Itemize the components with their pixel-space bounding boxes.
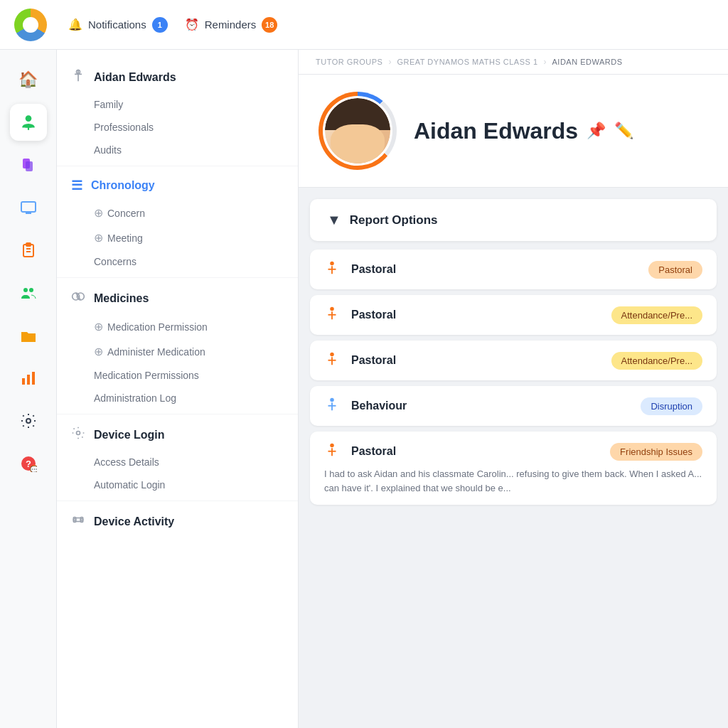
entry-tag-3: Attendance/Pre... bbox=[611, 352, 702, 370]
add-med-permission-label: Medication Permission bbox=[107, 321, 208, 333]
avatar-face-skin bbox=[331, 124, 385, 164]
sidebar-audits[interactable]: Audits bbox=[57, 139, 298, 161]
student-name: Aidan Edwards bbox=[94, 71, 176, 84]
icon-bar: 🏠 bbox=[0, 50, 57, 728]
nav-person[interactable] bbox=[10, 104, 47, 141]
breadcrumb: TUTOR GROUPS › GREAT DYNAMOS MATHS CLASS… bbox=[299, 50, 728, 75]
device-login-icon bbox=[71, 426, 85, 444]
report-options-label: Report Options bbox=[350, 213, 438, 228]
nav-clipboard[interactable] bbox=[10, 232, 47, 269]
svg-point-44 bbox=[330, 398, 334, 402]
pin-button[interactable]: 📌 bbox=[587, 122, 606, 140]
notifications-label: Notifications bbox=[88, 18, 146, 31]
avatar-inner bbox=[323, 96, 392, 166]
sidebar-device-login-item[interactable]: Device Login bbox=[57, 419, 298, 451]
chronology-icon: ☰ bbox=[71, 178, 82, 193]
svg-point-13 bbox=[29, 288, 33, 292]
sidebar-medicines-item[interactable]: Medicines bbox=[57, 282, 298, 314]
breadcrumb-sep-1: › bbox=[388, 57, 391, 67]
device-activity-icon bbox=[71, 513, 85, 530]
sidebar-access-details[interactable]: Access Details bbox=[57, 451, 298, 473]
entry-category-2: Pastoral bbox=[351, 309, 600, 321]
sidebar-section-student: Aidan Edwards Family Professionals Audit… bbox=[57, 61, 298, 161]
profile-info: Aidan Edwards 📌 ✏️ bbox=[414, 118, 633, 144]
add-meeting-label: Meeting bbox=[107, 232, 143, 244]
report-options-card[interactable]: ▼ Report Options bbox=[310, 199, 717, 241]
svg-point-38 bbox=[330, 307, 334, 311]
add-concern-label: Concern bbox=[107, 208, 145, 219]
svg-point-41 bbox=[330, 353, 334, 357]
administer-medication-label: Administer Medication bbox=[107, 346, 205, 358]
sidebar-student-item[interactable]: Aidan Edwards bbox=[57, 61, 298, 93]
timeline-entry-4: Behaviour Disruption bbox=[310, 386, 717, 426]
alarm-icon bbox=[185, 18, 199, 31]
entry-tag-5: Friendship Issues bbox=[610, 443, 702, 461]
nav-monitor[interactable] bbox=[10, 189, 47, 226]
sidebar-chronology-item[interactable]: ☰ Chronology bbox=[57, 171, 298, 200]
top-header: Notifications 1 Reminders 18 bbox=[0, 0, 728, 50]
sidebar-add-concern[interactable]: ⊕ Concern bbox=[57, 200, 298, 225]
sidebar-family[interactable]: Family bbox=[57, 93, 298, 116]
plus-circle-meeting-icon: ⊕ bbox=[94, 231, 103, 245]
logo[interactable] bbox=[14, 9, 47, 41]
sidebar-add-meeting[interactable]: ⊕ Meeting bbox=[57, 225, 298, 250]
nav-help[interactable]: ? 💬 bbox=[10, 445, 47, 482]
entry-tag-2: Attendance/Pre... bbox=[611, 306, 702, 324]
reminders-badge: 18 bbox=[262, 17, 277, 33]
edit-button[interactable]: ✏️ bbox=[614, 122, 633, 140]
nav-home[interactable]: 🏠 bbox=[10, 61, 47, 98]
svg-rect-4 bbox=[26, 161, 33, 171]
person-icon-pastoral-3 bbox=[324, 350, 340, 370]
sidebar-administration-log[interactable]: Administration Log bbox=[57, 387, 298, 410]
breadcrumb-student[interactable]: AIDAN EDWARDS bbox=[552, 58, 623, 66]
breadcrumb-sep-2: › bbox=[544, 57, 547, 67]
person-icon-pastoral-1 bbox=[324, 259, 340, 279]
plus-administer-icon: ⊕ bbox=[94, 345, 103, 358]
avatar-ring bbox=[318, 92, 397, 170]
entry-tag-4: Disruption bbox=[641, 397, 702, 415]
header-nav: Notifications 1 Reminders 18 bbox=[68, 17, 277, 33]
sidebar-section-device-activity: Device Activity bbox=[57, 505, 298, 537]
entry-tag-1: Pastoral bbox=[648, 261, 702, 279]
main-content: TUTOR GROUPS › GREAT DYNAMOS MATHS CLASS… bbox=[299, 50, 728, 728]
svg-point-0 bbox=[25, 115, 31, 122]
sidebar-concerns[interactable]: Concerns bbox=[57, 250, 298, 273]
nav-group[interactable] bbox=[10, 274, 47, 311]
reminders-label: Reminders bbox=[205, 18, 257, 31]
notifications-badge: 1 bbox=[152, 17, 168, 33]
filter-icon: ▼ bbox=[327, 212, 341, 228]
entry-category-4: Behaviour bbox=[351, 400, 629, 412]
timeline: Pastoral Pastoral Pastoral Attendance/Pr… bbox=[299, 241, 728, 519]
person-icon-pastoral-5 bbox=[324, 441, 340, 461]
device-activity-label: Device Activity bbox=[94, 515, 174, 528]
breadcrumb-class[interactable]: GREAT DYNAMOS MATHS CLASS 1 bbox=[397, 58, 537, 66]
sidebar-add-med-permission[interactable]: ⊕ Medication Permission bbox=[57, 314, 298, 339]
entry-category-1: Pastoral bbox=[351, 263, 637, 276]
timeline-entry-3: Pastoral Attendance/Pre... bbox=[310, 341, 717, 380]
nav-settings[interactable] bbox=[10, 402, 47, 439]
reminders-nav-item[interactable]: Reminders 18 bbox=[185, 17, 278, 33]
timeline-entry-2: Pastoral Attendance/Pre... bbox=[310, 295, 717, 335]
plus-med-permission-icon: ⊕ bbox=[94, 320, 103, 333]
sidebar-administer-medication[interactable]: ⊕ Administer Medication bbox=[57, 339, 298, 364]
main-layout: 🏠 bbox=[0, 50, 728, 728]
nav-folder[interactable] bbox=[10, 317, 47, 354]
medicines-label: Medicines bbox=[94, 292, 149, 305]
sidebar-medication-permissions[interactable]: Medication Permissions bbox=[57, 364, 298, 387]
device-login-label: Device Login bbox=[94, 429, 165, 441]
profile-name: Aidan Edwards bbox=[414, 118, 578, 144]
nav-documents[interactable] bbox=[10, 146, 47, 183]
sidebar-professionals[interactable]: Professionals bbox=[57, 116, 298, 139]
timeline-entry-1: Pastoral Pastoral bbox=[310, 250, 717, 289]
nav-chart[interactable] bbox=[10, 360, 47, 397]
svg-rect-15 bbox=[27, 375, 30, 385]
sidebar-device-activity-item[interactable]: Device Activity bbox=[57, 505, 298, 537]
sidebar-automatic-login[interactable]: Automatic Login bbox=[57, 473, 298, 496]
entry-category-5: Pastoral bbox=[351, 445, 599, 458]
sidebar-section-device-login: Device Login Access Details Automatic Lo… bbox=[57, 419, 298, 496]
svg-text:💬: 💬 bbox=[30, 465, 37, 472]
notifications-nav-item[interactable]: Notifications 1 bbox=[68, 17, 168, 33]
timeline-entry-5: Pastoral Friendship Issues I had to ask … bbox=[310, 432, 717, 505]
breadcrumb-tutor-groups[interactable]: TUTOR GROUPS bbox=[316, 58, 382, 66]
svg-point-12 bbox=[23, 288, 28, 292]
